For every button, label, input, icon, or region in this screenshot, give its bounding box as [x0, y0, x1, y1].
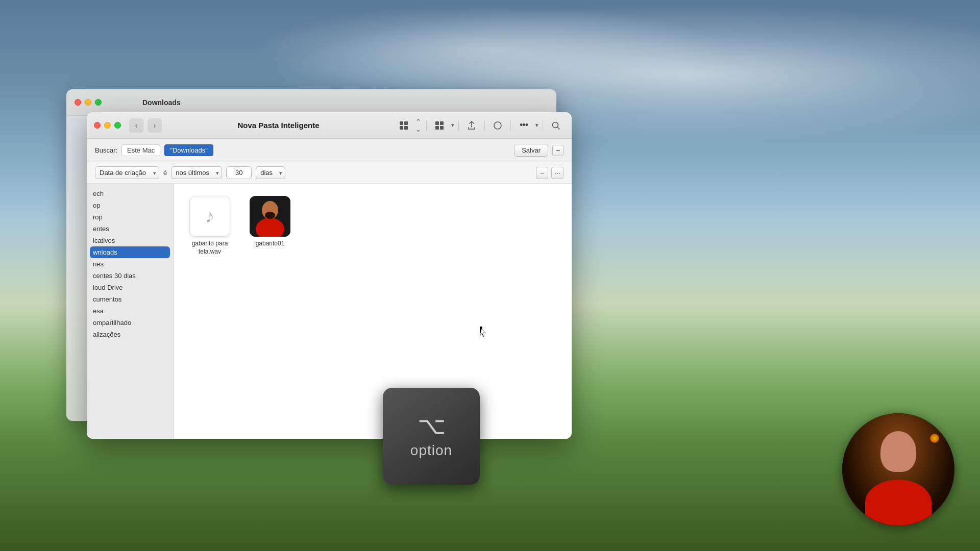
unit-select-wrapper: dias: [256, 166, 285, 179]
sidebar-item-recentes30[interactable]: centes 30 dias: [87, 270, 173, 282]
maximize-button[interactable]: [114, 122, 121, 129]
maximize-button-back[interactable]: [95, 99, 102, 106]
divider4: [510, 120, 511, 131]
sidebar-item-documentos[interactable]: cumentos: [87, 293, 173, 305]
save-button[interactable]: Salvar: [514, 144, 548, 157]
este-mac-tag[interactable]: Este Mac: [121, 144, 160, 156]
tag-button[interactable]: [489, 117, 506, 134]
cursor: [480, 327, 488, 337]
number-input[interactable]: [226, 166, 252, 179]
traffic-lights-back: [75, 99, 102, 106]
webcam-overlay: [842, 413, 954, 525]
light-effect: [930, 434, 939, 443]
svg-rect-3: [404, 126, 408, 130]
sidebar: ech op rop entes icativos wnloads nes ce…: [87, 184, 174, 439]
remove-button[interactable]: −: [552, 145, 564, 156]
svg-rect-1: [404, 121, 408, 125]
range-select[interactable]: nos últimos: [171, 166, 222, 179]
group-toggle-icon: ▾: [451, 122, 454, 129]
search-bar: Buscar: Este Mac "Downloads" Salvar −: [87, 139, 572, 162]
option-key-overlay: ⌥ option: [383, 388, 480, 485]
file-item-video[interactable]: gabarito01: [242, 192, 298, 260]
sidebar-item-recentes[interactable]: entes: [87, 223, 173, 235]
more-chevron-icon: ▾: [535, 122, 538, 129]
svg-rect-5: [440, 121, 444, 125]
group-view-button[interactable]: [431, 117, 448, 134]
share-button[interactable]: [463, 117, 480, 134]
operator-label: é: [163, 169, 167, 177]
downloads-tag[interactable]: "Downloads": [164, 144, 213, 156]
view-small-grid-button[interactable]: [395, 117, 412, 134]
close-button[interactable]: [94, 122, 101, 129]
unit-select[interactable]: dias: [256, 166, 285, 179]
sidebar-item-nes[interactable]: nes: [87, 258, 173, 270]
svg-rect-4: [435, 121, 439, 125]
sidebar-item-op[interactable]: op: [87, 199, 173, 211]
range-select-wrapper: nos últimos: [171, 166, 222, 179]
field-select[interactable]: Data de criação: [95, 166, 159, 179]
finder-titlebar: ‹ › Nova Pasta Inteligente ⌃⌄: [87, 112, 572, 139]
filter-more-button[interactable]: ···: [551, 167, 564, 179]
finder-smart-folder-window: ‹ › Nova Pasta Inteligente ⌃⌄: [87, 112, 572, 439]
file-icon-audio: ♪: [189, 196, 230, 237]
divider1: [426, 120, 427, 131]
filter-actions: − ···: [536, 167, 564, 179]
option-label: option: [410, 442, 452, 459]
svg-rect-0: [400, 121, 403, 125]
sidebar-item-mesa[interactable]: esa: [87, 305, 173, 317]
option-symbol: ⌥: [418, 414, 446, 438]
back-button[interactable]: ‹: [129, 118, 143, 133]
traffic-lights: [94, 122, 121, 129]
minimize-button-back[interactable]: [85, 99, 91, 106]
more-button[interactable]: •••: [515, 117, 532, 134]
file-icon-video: [250, 196, 290, 237]
view-toggle-icon: ⌃⌄: [415, 118, 421, 133]
toolbar-icons: ⌃⌄ ▾: [395, 117, 565, 134]
sidebar-item-atualizacoes[interactable]: alizações: [87, 329, 173, 340]
file-label-video: gabarito01: [256, 240, 285, 248]
svg-point-8: [494, 122, 501, 129]
search-button[interactable]: [547, 117, 565, 134]
file-area: ♪ gabarito paratela.wav: [174, 184, 572, 439]
svg-point-14: [265, 212, 275, 219]
divider5: [543, 120, 543, 131]
ellipsis-icon: •••: [520, 120, 528, 131]
forward-button[interactable]: ›: [148, 118, 162, 133]
sidebar-item-compartilhado[interactable]: ompartilhado: [87, 317, 173, 329]
divider3: [484, 120, 485, 131]
file-label-audio: gabarito paratela.wav: [192, 240, 228, 256]
svg-rect-6: [435, 126, 439, 130]
filter-bar: Data de criação é nos últimos dias − ···: [87, 162, 572, 184]
svg-line-10: [557, 127, 559, 129]
finder-content: ech op rop entes icativos wnloads nes ce…: [87, 184, 572, 439]
minimize-button[interactable]: [104, 122, 111, 129]
svg-rect-2: [400, 126, 403, 130]
webcam-person: [842, 413, 954, 525]
sidebar-item-tech[interactable]: ech: [87, 188, 173, 199]
sidebar-item-downloads[interactable]: wnloads: [90, 246, 170, 258]
search-label: Buscar:: [95, 146, 117, 154]
back-window-title: Downloads: [142, 98, 181, 107]
filter-minus-button[interactable]: −: [536, 167, 548, 179]
sidebar-item-aplicativos[interactable]: icativos: [87, 235, 173, 246]
field-select-wrapper: Data de criação: [95, 166, 159, 179]
sidebar-item-rop[interactable]: rop: [87, 211, 173, 223]
file-item-audio[interactable]: ♪ gabarito paratela.wav: [182, 192, 238, 260]
window-title: Nova Pasta Inteligente: [166, 121, 391, 130]
divider2: [458, 120, 459, 131]
person-body: [865, 480, 932, 525]
close-button-back[interactable]: [75, 99, 81, 106]
svg-rect-7: [440, 126, 444, 130]
sidebar-item-icloud[interactable]: loud Drive: [87, 282, 173, 293]
person-head: [880, 431, 916, 472]
music-note-icon: ♪: [205, 206, 214, 227]
